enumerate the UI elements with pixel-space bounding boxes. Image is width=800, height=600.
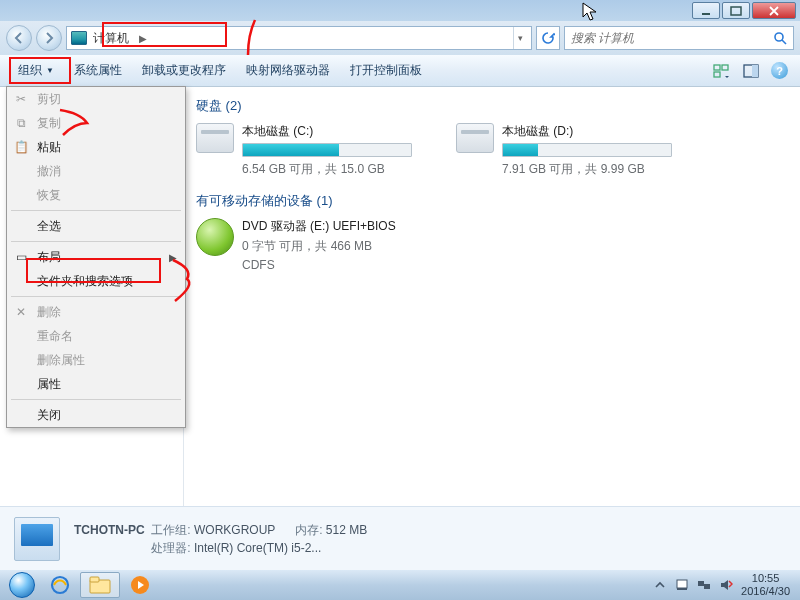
memory-value: 512 MB xyxy=(326,523,367,537)
help-button[interactable]: ? xyxy=(771,62,788,79)
svg-rect-0 xyxy=(702,13,710,15)
content-pane: 硬盘 (2) 本地磁盘 (C:) 6.54 GB 可用，共 15.0 GB 本地… xyxy=(184,87,800,506)
system-properties-button[interactable]: 系统属性 xyxy=(64,58,132,83)
drive-icon xyxy=(456,123,494,153)
submenu-arrow-icon: ▶ xyxy=(169,252,177,263)
clock-time: 10:55 xyxy=(741,572,790,585)
menu-undo[interactable]: 撤消 xyxy=(7,159,185,183)
tray-action-icon[interactable] xyxy=(675,578,689,592)
dvd-stat: 0 字节 可用，共 466 MB xyxy=(242,238,396,255)
address-bar: 计算机 ▶ ▾ xyxy=(0,21,800,55)
cpu-key: 处理器: xyxy=(151,541,190,555)
drive-stat: 6.54 GB 可用，共 15.0 GB xyxy=(242,161,412,178)
search-input[interactable] xyxy=(571,31,751,45)
layout-icon: ▭ xyxy=(13,249,29,265)
maximize-button[interactable] xyxy=(722,2,750,19)
dvd-drive[interactable]: DVD 驱动器 (E:) UEFI+BIOS 0 字节 可用，共 466 MB … xyxy=(196,218,788,272)
address-box[interactable]: 计算机 ▶ ▾ xyxy=(66,26,532,50)
drive-label: 本地磁盘 (D:) xyxy=(502,123,672,140)
tray-network-icon[interactable] xyxy=(697,578,711,592)
taskbar: 10:55 2016/4/30 xyxy=(0,570,800,600)
start-button[interactable] xyxy=(4,571,40,599)
menu-redo[interactable]: 恢复 xyxy=(7,183,185,207)
menu-select-all[interactable]: 全选 xyxy=(7,214,185,238)
menu-layout[interactable]: ▭布局▶ xyxy=(7,245,185,269)
tray-clock[interactable]: 10:55 2016/4/30 xyxy=(741,572,790,598)
breadcrumb-arrow-icon: ▶ xyxy=(139,33,147,44)
drive-usage-bar xyxy=(242,143,412,157)
delete-icon: ✕ xyxy=(13,304,29,320)
preview-pane-button[interactable] xyxy=(741,63,761,79)
menu-properties[interactable]: 属性 xyxy=(7,372,185,396)
menu-cut[interactable]: ✂剪切 xyxy=(7,87,185,111)
taskbar-media-player[interactable] xyxy=(120,572,160,598)
computer-name: TCHOTN-PC xyxy=(74,523,145,537)
workgroup-value: WORKGROUP xyxy=(194,523,275,537)
drive-icon xyxy=(196,123,234,153)
svg-rect-13 xyxy=(698,581,704,586)
minimize-button[interactable] xyxy=(692,2,720,19)
menu-remove-props[interactable]: 删除属性 xyxy=(7,348,185,372)
cpu-value: Intel(R) Core(TM) i5-2... xyxy=(194,541,321,555)
menu-folder-options[interactable]: 文件夹和搜索选项 xyxy=(7,269,185,293)
view-mode-button[interactable] xyxy=(711,63,731,79)
svg-rect-4 xyxy=(722,65,728,70)
svg-rect-1 xyxy=(731,7,741,15)
taskbar-ie[interactable] xyxy=(40,572,80,598)
clock-date: 2016/4/30 xyxy=(741,585,790,598)
svg-rect-12 xyxy=(677,580,687,588)
svg-rect-7 xyxy=(752,65,758,77)
mouse-cursor xyxy=(582,2,598,26)
svg-rect-14 xyxy=(704,584,710,589)
search-icon xyxy=(773,31,787,45)
control-panel-button[interactable]: 打开控制面板 xyxy=(340,58,432,83)
drive-c[interactable]: 本地磁盘 (C:) 6.54 GB 可用，共 15.0 GB xyxy=(196,123,416,178)
close-button[interactable] xyxy=(752,2,796,19)
details-pane: TCHOTN-PC 工作组: WORKGROUP 内存: 512 MB TCHO… xyxy=(0,506,800,570)
copy-icon: ⧉ xyxy=(13,115,29,131)
map-drive-button[interactable]: 映射网络驱动器 xyxy=(236,58,340,83)
svg-rect-10 xyxy=(90,577,99,582)
computer-large-icon xyxy=(14,517,60,561)
dvd-fs: CDFS xyxy=(242,258,396,272)
disc-icon xyxy=(196,218,234,256)
menu-separator xyxy=(11,399,181,400)
toolbar: 组织 ▼ 系统属性 卸载或更改程序 映射网络驱动器 打开控制面板 ? xyxy=(0,55,800,87)
address-text: 计算机 xyxy=(93,30,129,47)
organize-label: 组织 xyxy=(18,62,42,79)
menu-delete[interactable]: ✕删除 xyxy=(7,300,185,324)
uninstall-button[interactable]: 卸载或更改程序 xyxy=(132,58,236,83)
menu-copy[interactable]: ⧉复制 xyxy=(7,111,185,135)
drive-d[interactable]: 本地磁盘 (D:) 7.91 GB 可用，共 9.99 GB xyxy=(456,123,676,178)
address-dropdown-icon[interactable]: ▾ xyxy=(513,27,527,49)
window-titlebar xyxy=(0,0,800,21)
nav-forward-button[interactable] xyxy=(36,25,62,51)
drive-stat: 7.91 GB 可用，共 9.99 GB xyxy=(502,161,672,178)
drive-label: 本地磁盘 (C:) xyxy=(242,123,412,140)
menu-rename[interactable]: 重命名 xyxy=(7,324,185,348)
svg-rect-5 xyxy=(714,72,720,77)
organize-button[interactable]: 组织 ▼ xyxy=(8,58,64,83)
hard-disk-header: 硬盘 (2) xyxy=(196,97,788,115)
menu-close[interactable]: 关闭 xyxy=(7,403,185,427)
windows-orb-icon xyxy=(9,572,35,598)
svg-rect-3 xyxy=(714,65,720,70)
memory-key: 内存: xyxy=(295,523,322,537)
taskbar-explorer[interactable] xyxy=(80,572,120,598)
tray-up-icon[interactable] xyxy=(653,578,667,592)
chevron-down-icon: ▼ xyxy=(46,66,54,75)
removable-header: 有可移动存储的设备 (1) xyxy=(196,192,788,210)
menu-separator xyxy=(11,210,181,211)
menu-paste[interactable]: 📋粘贴 xyxy=(7,135,185,159)
menu-separator xyxy=(11,241,181,242)
refresh-button[interactable] xyxy=(536,26,560,50)
search-box[interactable] xyxy=(564,26,794,50)
tray-volume-icon[interactable] xyxy=(719,578,733,592)
menu-separator xyxy=(11,296,181,297)
computer-icon xyxy=(71,31,87,45)
nav-back-button[interactable] xyxy=(6,25,32,51)
drive-usage-bar xyxy=(502,143,672,157)
paste-icon: 📋 xyxy=(13,139,29,155)
cut-icon: ✂ xyxy=(13,91,29,107)
dvd-label: DVD 驱动器 (E:) UEFI+BIOS xyxy=(242,218,396,235)
